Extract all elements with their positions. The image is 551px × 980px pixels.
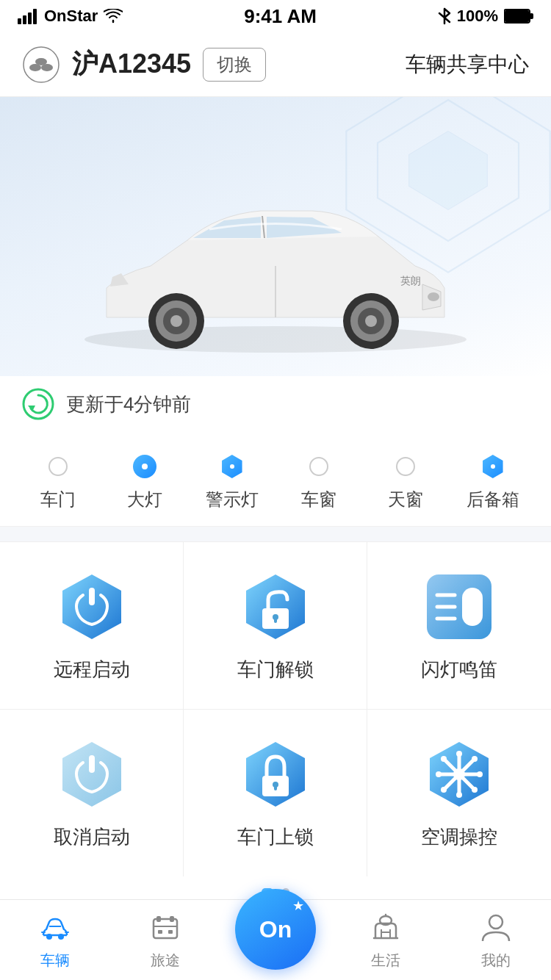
app-header: 沪A12345 切换 车辆共享中心 [0, 32, 551, 97]
status-bar: OnStar 9:41 AM 100% [0, 0, 551, 32]
buick-logo [22, 46, 60, 84]
life-nav-icon [367, 909, 404, 946]
door-unlock-label: 车门解锁 [237, 657, 314, 682]
svg-point-56 [436, 771, 442, 777]
refresh-icon[interactable] [22, 388, 54, 420]
svg-rect-44 [89, 755, 95, 773]
nav-item-vehicle[interactable]: 车辆 [11, 909, 99, 970]
status-row: 车门 大灯 警示灯 车窗 天窗 [0, 432, 551, 527]
svg-marker-32 [62, 574, 121, 639]
status-item-hazard[interactable]: 警示灯 [195, 454, 269, 511]
svg-rect-33 [89, 588, 95, 605]
svg-rect-2 [28, 12, 32, 24]
profile-nav-icon [478, 909, 514, 946]
hero-section: 英朗 [0, 97, 551, 376]
svg-point-59 [472, 787, 478, 793]
ac-control-svg [424, 739, 494, 810]
sunroof-status-indicator [393, 454, 418, 479]
svg-point-58 [441, 756, 447, 762]
wifi-icon [104, 9, 123, 24]
remote-start-icon [57, 572, 127, 642]
svg-point-73 [489, 915, 503, 929]
battery-percent: 100% [457, 7, 498, 26]
vehicle-nav-label: 车辆 [40, 951, 70, 970]
headlight-status-indicator [132, 454, 157, 479]
svg-point-29 [142, 464, 148, 469]
headlight-label: 大灯 [127, 488, 162, 511]
door-unlock-icon [240, 572, 311, 642]
door-status-indicator [46, 454, 71, 479]
battery-icon [504, 8, 533, 24]
door-unlock-svg [240, 572, 311, 642]
flash-horn-button[interactable]: 闪灯鸣笛 [367, 542, 551, 710]
svg-rect-37 [274, 617, 277, 623]
ac-control-label: 空调操控 [421, 824, 497, 850]
svg-point-60 [472, 756, 478, 762]
profile-nav-label: 我的 [481, 951, 511, 970]
svg-point-24 [365, 315, 377, 327]
nav-item-life[interactable]: 生活 [342, 909, 430, 970]
svg-point-27 [24, 389, 53, 419]
svg-text:英朗: 英朗 [400, 275, 421, 287]
bottom-nav: 车辆 旅途 ★ On [0, 899, 551, 980]
door-lock-icon [240, 739, 311, 810]
flash-horn-svg [424, 572, 494, 642]
svg-marker-34 [246, 574, 305, 639]
svg-point-10 [41, 64, 53, 71]
sharing-center-title[interactable]: 车辆共享中心 [406, 51, 529, 79]
remote-start-label: 远程启动 [54, 657, 130, 682]
svg-rect-70 [168, 930, 173, 934]
window-label: 车窗 [301, 488, 336, 511]
door-lock-button[interactable]: 车门上锁 [184, 710, 367, 876]
trip-nav-label: 旅途 [151, 951, 180, 970]
door-label: 车门 [40, 488, 76, 511]
svg-point-20 [170, 315, 182, 327]
update-text: 更新于4分钟前 [66, 392, 191, 417]
door-unlock-button[interactable]: 车门解锁 [184, 542, 367, 710]
header-left: 沪A12345 切换 [22, 46, 266, 84]
onstar-star: ★ [292, 898, 304, 914]
trip-nav-icon [147, 909, 184, 946]
switch-vehicle-button[interactable]: 切换 [203, 48, 266, 82]
update-bar[interactable]: 更新于4分钟前 [0, 376, 551, 432]
car-image: 英朗 [62, 163, 489, 369]
svg-point-57 [477, 771, 483, 777]
cancel-start-svg [57, 739, 127, 810]
status-right: 100% [438, 7, 533, 26]
status-item-door[interactable]: 车门 [21, 454, 95, 511]
vehicle-nav-icon [37, 909, 73, 946]
hazard-label: 警示灯 [206, 488, 259, 511]
svg-rect-67 [170, 916, 174, 922]
trunk-status-indicator [480, 454, 505, 479]
door-lock-label: 车门上锁 [237, 824, 314, 850]
svg-point-64 [58, 934, 64, 940]
nav-item-onstar[interactable]: ★ On [231, 911, 320, 970]
status-item-sunroof[interactable]: 天窗 [369, 454, 442, 511]
onstar-center-button[interactable]: ★ On [235, 889, 316, 970]
nav-item-profile[interactable]: 我的 [452, 909, 540, 970]
svg-rect-69 [158, 930, 162, 934]
svg-rect-42 [462, 588, 483, 626]
cancel-start-button[interactable]: 取消启动 [0, 710, 184, 876]
status-item-window[interactable]: 车窗 [282, 454, 356, 511]
nav-item-trip[interactable]: 旅途 [121, 909, 209, 970]
svg-rect-48 [274, 785, 277, 790]
status-item-trunk[interactable]: 后备箱 [456, 454, 530, 511]
onstar-label: On [259, 918, 292, 941]
svg-rect-0 [18, 18, 21, 24]
svg-point-62 [453, 768, 465, 780]
plate-number: 沪A12345 [72, 46, 191, 82]
ac-control-icon [424, 739, 494, 810]
svg-rect-3 [33, 9, 37, 24]
status-item-headlight[interactable]: 大灯 [108, 454, 181, 511]
svg-rect-65 [154, 919, 177, 938]
status-left: OnStar [18, 7, 123, 26]
sunroof-label: 天窗 [388, 488, 423, 511]
remote-start-svg [57, 572, 127, 642]
status-time: 9:41 AM [244, 5, 317, 28]
svg-point-14 [84, 326, 467, 353]
remote-start-button[interactable]: 远程启动 [0, 542, 184, 710]
window-status-indicator [306, 454, 331, 479]
ac-control-button[interactable]: 空调操控 [367, 710, 551, 876]
door-lock-svg [240, 739, 311, 810]
